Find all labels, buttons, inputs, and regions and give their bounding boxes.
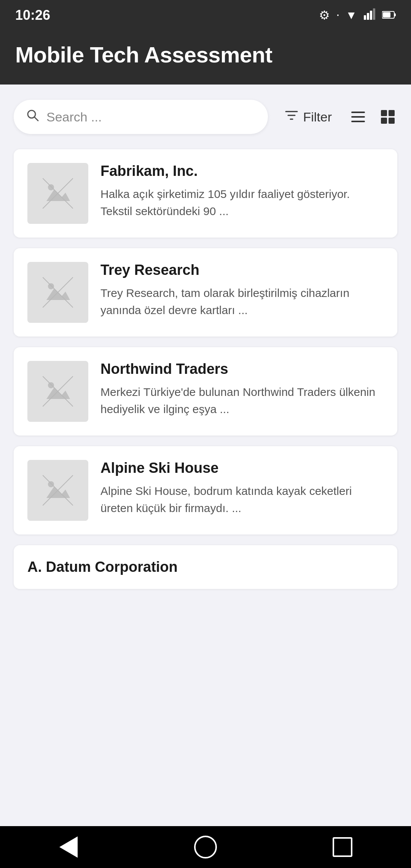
svg-rect-1 xyxy=(367,13,369,20)
app-title: Mobile Tech Assessment xyxy=(15,42,396,67)
company-description-3: Merkezi Türkiye'de bulunan Northwind Tra… xyxy=(100,383,384,418)
company-name-3: Northwind Traders xyxy=(100,361,384,377)
company-thumbnail-3 xyxy=(27,361,88,422)
filter-icon xyxy=(285,108,298,125)
companies-list: Fabrikam, Inc. Halka açık şirketimiz 105… xyxy=(14,149,397,589)
back-icon xyxy=(59,836,78,858)
bottom-navigation xyxy=(0,826,411,868)
nav-recents-button[interactable] xyxy=(327,832,358,862)
company-name-1: Fabrikam, Inc. xyxy=(100,163,384,179)
app-header: Mobile Tech Assessment xyxy=(0,30,411,85)
company-info-2: Trey Research Trey Research, tam olarak … xyxy=(100,262,384,319)
company-description-4: Alpine Ski House, bodrum katında kayak c… xyxy=(100,482,384,517)
company-info-4: Alpine Ski House Alpine Ski House, bodru… xyxy=(100,460,384,517)
nav-back-button[interactable] xyxy=(53,832,84,862)
company-name-5: A. Datum Corporation xyxy=(27,559,384,575)
company-info-3: Northwind Traders Merkezi Türkiye'de bul… xyxy=(100,361,384,418)
company-card-1[interactable]: Fabrikam, Inc. Halka açık şirketimiz 105… xyxy=(14,149,397,238)
company-name-4: Alpine Ski House xyxy=(100,460,384,476)
svg-line-8 xyxy=(34,117,38,121)
svg-point-21 xyxy=(48,283,54,289)
filter-label: Filter xyxy=(303,110,332,124)
svg-point-25 xyxy=(48,382,54,388)
svg-point-29 xyxy=(48,481,54,487)
recents-icon xyxy=(333,837,352,857)
company-description-2: Trey Research, tam olarak birleştirilmiş… xyxy=(100,284,384,319)
list-view-toggle[interactable] xyxy=(349,107,368,126)
svg-rect-12 xyxy=(381,110,387,116)
svg-rect-15 xyxy=(389,118,395,124)
wifi-icon: ▼ xyxy=(346,9,357,22)
svg-rect-13 xyxy=(389,110,395,116)
company-name-2: Trey Research xyxy=(100,262,384,278)
svg-rect-11 xyxy=(351,121,365,122)
company-thumbnail-4 xyxy=(27,460,88,521)
company-card-5-partial[interactable]: A. Datum Corporation xyxy=(14,545,397,589)
company-thumbnail-1 xyxy=(27,163,88,224)
svg-rect-0 xyxy=(364,15,366,20)
company-description-1: Halka açık şirketimiz 105 yıldır faaliye… xyxy=(100,185,384,220)
home-icon xyxy=(194,836,217,858)
search-filter-bar: Search ... Filter xyxy=(14,100,397,134)
company-thumbnail-2 xyxy=(27,262,88,323)
status-bar: 10:26 ⚙ • ▼ xyxy=(0,0,411,30)
search-placeholder: Search ... xyxy=(46,110,102,124)
main-content: Search ... Filter xyxy=(0,85,411,604)
svg-rect-9 xyxy=(351,112,365,113)
svg-rect-10 xyxy=(351,116,365,118)
svg-rect-5 xyxy=(394,13,396,16)
status-time: 10:26 xyxy=(15,7,50,23)
company-card-4[interactable]: Alpine Ski House Alpine Ski House, bodru… xyxy=(14,446,397,535)
company-card-2[interactable]: Trey Research Trey Research, tam olarak … xyxy=(14,248,397,337)
signal-icon xyxy=(364,8,375,22)
svg-rect-6 xyxy=(383,12,390,18)
status-icons: ⚙ • ▼ xyxy=(319,8,396,22)
svg-point-17 xyxy=(48,184,54,190)
search-box[interactable]: Search ... xyxy=(14,100,268,134)
grid-view-toggle[interactable] xyxy=(378,107,397,126)
battery-icon xyxy=(382,9,396,22)
search-icon xyxy=(26,108,40,126)
company-info-1: Fabrikam, Inc. Halka açık şirketimiz 105… xyxy=(100,163,384,220)
gear-icon: ⚙ xyxy=(319,8,330,22)
filter-button[interactable]: Filter xyxy=(279,105,338,129)
nav-home-button[interactable] xyxy=(190,832,221,862)
dot-icon: • xyxy=(337,12,339,18)
svg-rect-14 xyxy=(381,118,387,124)
svg-rect-3 xyxy=(373,8,375,20)
company-card-3[interactable]: Northwind Traders Merkezi Türkiye'de bul… xyxy=(14,347,397,436)
svg-rect-2 xyxy=(370,11,372,20)
